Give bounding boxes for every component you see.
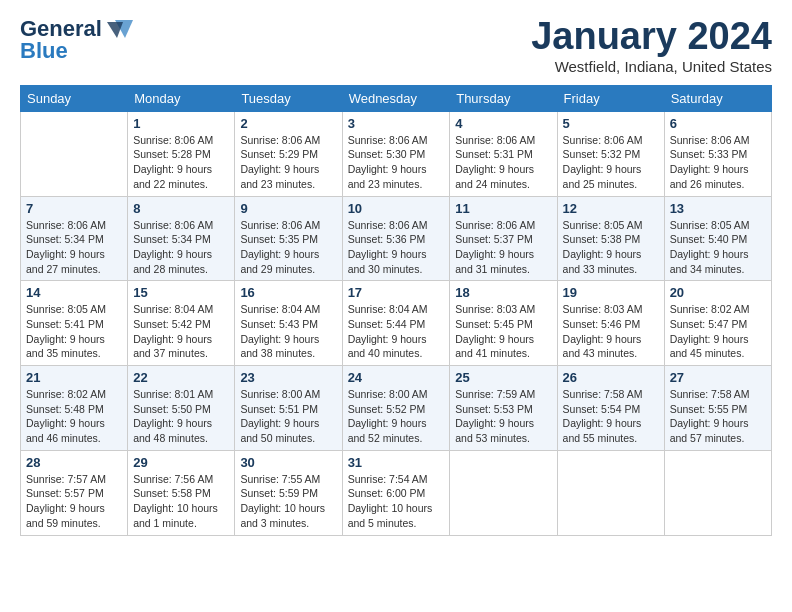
day-number: 19 — [563, 285, 659, 300]
day-info: Sunrise: 8:06 AMSunset: 5:34 PMDaylight:… — [26, 218, 122, 277]
day-number: 29 — [133, 455, 229, 470]
day-of-week-header: Thursday — [450, 85, 557, 111]
day-info: Sunrise: 8:04 AMSunset: 5:44 PMDaylight:… — [348, 302, 445, 361]
calendar-day-cell — [450, 450, 557, 535]
calendar-week-row: 7Sunrise: 8:06 AMSunset: 5:34 PMDaylight… — [21, 196, 772, 281]
day-info: Sunrise: 7:58 AMSunset: 5:55 PMDaylight:… — [670, 387, 766, 446]
day-of-week-header: Tuesday — [235, 85, 342, 111]
calendar-day-cell: 3Sunrise: 8:06 AMSunset: 5:30 PMDaylight… — [342, 111, 450, 196]
day-number: 8 — [133, 201, 229, 216]
day-info: Sunrise: 8:05 AMSunset: 5:41 PMDaylight:… — [26, 302, 122, 361]
calendar-day-cell: 20Sunrise: 8:02 AMSunset: 5:47 PMDayligh… — [664, 281, 771, 366]
day-info: Sunrise: 7:56 AMSunset: 5:58 PMDaylight:… — [133, 472, 229, 531]
location: Westfield, Indiana, United States — [531, 58, 772, 75]
calendar-day-cell: 22Sunrise: 8:01 AMSunset: 5:50 PMDayligh… — [128, 366, 235, 451]
day-number: 5 — [563, 116, 659, 131]
calendar-day-cell: 29Sunrise: 7:56 AMSunset: 5:58 PMDayligh… — [128, 450, 235, 535]
day-info: Sunrise: 8:03 AMSunset: 5:45 PMDaylight:… — [455, 302, 551, 361]
day-info: Sunrise: 8:00 AMSunset: 5:52 PMDaylight:… — [348, 387, 445, 446]
day-number: 28 — [26, 455, 122, 470]
day-number: 7 — [26, 201, 122, 216]
day-info: Sunrise: 7:55 AMSunset: 5:59 PMDaylight:… — [240, 472, 336, 531]
day-info: Sunrise: 8:06 AMSunset: 5:32 PMDaylight:… — [563, 133, 659, 192]
day-info: Sunrise: 8:00 AMSunset: 5:51 PMDaylight:… — [240, 387, 336, 446]
day-info: Sunrise: 8:06 AMSunset: 5:34 PMDaylight:… — [133, 218, 229, 277]
day-number: 14 — [26, 285, 122, 300]
calendar-day-cell: 30Sunrise: 7:55 AMSunset: 5:59 PMDayligh… — [235, 450, 342, 535]
day-number: 25 — [455, 370, 551, 385]
calendar-header: SundayMondayTuesdayWednesdayThursdayFrid… — [21, 85, 772, 111]
calendar-week-row: 28Sunrise: 7:57 AMSunset: 5:57 PMDayligh… — [21, 450, 772, 535]
calendar-day-cell: 11Sunrise: 8:06 AMSunset: 5:37 PMDayligh… — [450, 196, 557, 281]
day-info: Sunrise: 8:06 AMSunset: 5:37 PMDaylight:… — [455, 218, 551, 277]
calendar-day-cell: 28Sunrise: 7:57 AMSunset: 5:57 PMDayligh… — [21, 450, 128, 535]
day-number: 15 — [133, 285, 229, 300]
day-number: 20 — [670, 285, 766, 300]
calendar-day-cell: 8Sunrise: 8:06 AMSunset: 5:34 PMDaylight… — [128, 196, 235, 281]
calendar-day-cell: 2Sunrise: 8:06 AMSunset: 5:29 PMDaylight… — [235, 111, 342, 196]
day-info: Sunrise: 8:06 AMSunset: 5:36 PMDaylight:… — [348, 218, 445, 277]
calendar-week-row: 14Sunrise: 8:05 AMSunset: 5:41 PMDayligh… — [21, 281, 772, 366]
day-info: Sunrise: 8:02 AMSunset: 5:47 PMDaylight:… — [670, 302, 766, 361]
day-of-week-header: Sunday — [21, 85, 128, 111]
day-of-week-header: Saturday — [664, 85, 771, 111]
calendar-day-cell: 6Sunrise: 8:06 AMSunset: 5:33 PMDaylight… — [664, 111, 771, 196]
day-number: 1 — [133, 116, 229, 131]
calendar-day-cell: 17Sunrise: 8:04 AMSunset: 5:44 PMDayligh… — [342, 281, 450, 366]
calendar-day-cell: 9Sunrise: 8:06 AMSunset: 5:35 PMDaylight… — [235, 196, 342, 281]
day-info: Sunrise: 8:04 AMSunset: 5:42 PMDaylight:… — [133, 302, 229, 361]
calendar-day-cell: 27Sunrise: 7:58 AMSunset: 5:55 PMDayligh… — [664, 366, 771, 451]
day-info: Sunrise: 8:05 AMSunset: 5:40 PMDaylight:… — [670, 218, 766, 277]
day-info: Sunrise: 8:02 AMSunset: 5:48 PMDaylight:… — [26, 387, 122, 446]
calendar-week-row: 21Sunrise: 8:02 AMSunset: 5:48 PMDayligh… — [21, 366, 772, 451]
day-number: 11 — [455, 201, 551, 216]
calendar-day-cell: 7Sunrise: 8:06 AMSunset: 5:34 PMDaylight… — [21, 196, 128, 281]
calendar-day-cell: 26Sunrise: 7:58 AMSunset: 5:54 PMDayligh… — [557, 366, 664, 451]
day-info: Sunrise: 7:54 AMSunset: 6:00 PMDaylight:… — [348, 472, 445, 531]
calendar-day-cell: 4Sunrise: 8:06 AMSunset: 5:31 PMDaylight… — [450, 111, 557, 196]
day-number: 12 — [563, 201, 659, 216]
calendar-day-cell: 24Sunrise: 8:00 AMSunset: 5:52 PMDayligh… — [342, 366, 450, 451]
day-number: 3 — [348, 116, 445, 131]
calendar-day-cell: 12Sunrise: 8:05 AMSunset: 5:38 PMDayligh… — [557, 196, 664, 281]
calendar-day-cell: 10Sunrise: 8:06 AMSunset: 5:36 PMDayligh… — [342, 196, 450, 281]
day-number: 18 — [455, 285, 551, 300]
calendar-body: 1Sunrise: 8:06 AMSunset: 5:28 PMDaylight… — [21, 111, 772, 535]
day-number: 23 — [240, 370, 336, 385]
calendar-week-row: 1Sunrise: 8:06 AMSunset: 5:28 PMDaylight… — [21, 111, 772, 196]
day-number: 16 — [240, 285, 336, 300]
calendar-day-cell: 21Sunrise: 8:02 AMSunset: 5:48 PMDayligh… — [21, 366, 128, 451]
calendar-table: SundayMondayTuesdayWednesdayThursdayFrid… — [20, 85, 772, 536]
logo: General Blue — [20, 16, 135, 64]
day-info: Sunrise: 7:58 AMSunset: 5:54 PMDaylight:… — [563, 387, 659, 446]
day-info: Sunrise: 8:05 AMSunset: 5:38 PMDaylight:… — [563, 218, 659, 277]
calendar-day-cell: 19Sunrise: 8:03 AMSunset: 5:46 PMDayligh… — [557, 281, 664, 366]
calendar-day-cell: 18Sunrise: 8:03 AMSunset: 5:45 PMDayligh… — [450, 281, 557, 366]
calendar-day-cell: 25Sunrise: 7:59 AMSunset: 5:53 PMDayligh… — [450, 366, 557, 451]
day-number: 10 — [348, 201, 445, 216]
logo-icon — [105, 18, 135, 40]
calendar-day-cell — [21, 111, 128, 196]
calendar-day-cell: 31Sunrise: 7:54 AMSunset: 6:00 PMDayligh… — [342, 450, 450, 535]
day-number: 6 — [670, 116, 766, 131]
day-info: Sunrise: 8:06 AMSunset: 5:33 PMDaylight:… — [670, 133, 766, 192]
day-number: 2 — [240, 116, 336, 131]
calendar-day-cell — [557, 450, 664, 535]
logo-blue: Blue — [20, 38, 68, 64]
calendar-day-cell: 15Sunrise: 8:04 AMSunset: 5:42 PMDayligh… — [128, 281, 235, 366]
calendar-day-cell: 5Sunrise: 8:06 AMSunset: 5:32 PMDaylight… — [557, 111, 664, 196]
day-info: Sunrise: 8:01 AMSunset: 5:50 PMDaylight:… — [133, 387, 229, 446]
calendar-day-cell: 13Sunrise: 8:05 AMSunset: 5:40 PMDayligh… — [664, 196, 771, 281]
day-number: 9 — [240, 201, 336, 216]
header-row: SundayMondayTuesdayWednesdayThursdayFrid… — [21, 85, 772, 111]
calendar-day-cell: 1Sunrise: 8:06 AMSunset: 5:28 PMDaylight… — [128, 111, 235, 196]
day-info: Sunrise: 8:03 AMSunset: 5:46 PMDaylight:… — [563, 302, 659, 361]
day-number: 31 — [348, 455, 445, 470]
calendar-day-cell: 16Sunrise: 8:04 AMSunset: 5:43 PMDayligh… — [235, 281, 342, 366]
day-info: Sunrise: 8:06 AMSunset: 5:29 PMDaylight:… — [240, 133, 336, 192]
day-number: 13 — [670, 201, 766, 216]
calendar-day-cell: 14Sunrise: 8:05 AMSunset: 5:41 PMDayligh… — [21, 281, 128, 366]
title-area: January 2024 Westfield, Indiana, United … — [531, 16, 772, 75]
calendar-day-cell — [664, 450, 771, 535]
day-number: 4 — [455, 116, 551, 131]
